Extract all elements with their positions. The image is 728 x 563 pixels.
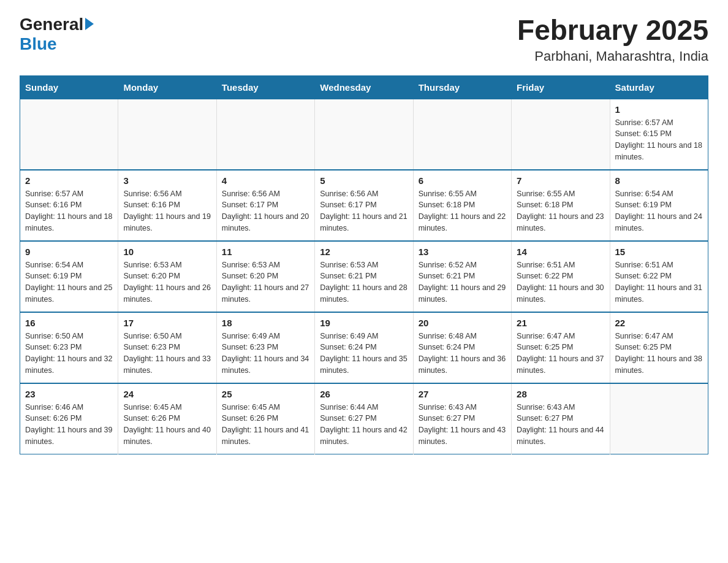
- calendar-cell: 20Sunrise: 6:48 AMSunset: 6:24 PMDayligh…: [413, 312, 511, 383]
- calendar-cell: 15Sunrise: 6:51 AMSunset: 6:22 PMDayligh…: [610, 241, 708, 312]
- day-number: 6: [419, 175, 506, 186]
- day-number: 7: [517, 175, 604, 186]
- subtitle: Parbhani, Maharashtra, India: [517, 48, 708, 64]
- calendar-cell: 25Sunrise: 6:45 AMSunset: 6:26 PMDayligh…: [216, 383, 314, 454]
- day-number: 19: [320, 318, 408, 328]
- calendar-header-row: Sunday Monday Tuesday Wednesday Thursday…: [20, 75, 708, 99]
- calendar-cell: 6Sunrise: 6:55 AMSunset: 6:18 PMDaylight…: [413, 170, 511, 241]
- day-info: Sunrise: 6:57 AMSunset: 6:16 PMDaylight:…: [25, 188, 113, 234]
- day-number: 17: [123, 318, 211, 328]
- calendar-cell: 13Sunrise: 6:52 AMSunset: 6:21 PMDayligh…: [413, 241, 511, 312]
- day-info: Sunrise: 6:49 AMSunset: 6:23 PMDaylight:…: [222, 331, 309, 377]
- day-number: 11: [222, 247, 309, 257]
- day-info: Sunrise: 6:57 AMSunset: 6:15 PMDaylight:…: [615, 117, 703, 163]
- calendar-cell: 17Sunrise: 6:50 AMSunset: 6:23 PMDayligh…: [118, 312, 216, 383]
- day-info: Sunrise: 6:47 AMSunset: 6:25 PMDaylight:…: [517, 331, 604, 377]
- day-info: Sunrise: 6:44 AMSunset: 6:27 PMDaylight:…: [320, 402, 408, 448]
- calendar-cell: [20, 99, 118, 170]
- calendar-cell: 23Sunrise: 6:46 AMSunset: 6:26 PMDayligh…: [20, 383, 118, 454]
- page-title: February 2025: [517, 15, 708, 46]
- day-number: 2: [25, 175, 113, 186]
- day-info: Sunrise: 6:47 AMSunset: 6:25 PMDaylight:…: [615, 331, 703, 377]
- calendar-cell: 12Sunrise: 6:53 AMSunset: 6:21 PMDayligh…: [315, 241, 413, 312]
- page-header: General Blue February 2025 Parbhani, Mah…: [20, 15, 708, 64]
- calendar-week-row: 16Sunrise: 6:50 AMSunset: 6:23 PMDayligh…: [20, 312, 708, 383]
- calendar-cell: 5Sunrise: 6:56 AMSunset: 6:17 PMDaylight…: [315, 170, 413, 241]
- day-number: 10: [123, 247, 211, 257]
- day-number: 14: [517, 247, 604, 257]
- title-block: February 2025 Parbhani, Maharashtra, Ind…: [517, 15, 708, 64]
- day-info: Sunrise: 6:56 AMSunset: 6:17 PMDaylight:…: [320, 188, 408, 234]
- calendar-cell: 4Sunrise: 6:56 AMSunset: 6:17 PMDaylight…: [216, 170, 314, 241]
- day-info: Sunrise: 6:50 AMSunset: 6:23 PMDaylight:…: [25, 331, 113, 377]
- header-tuesday: Tuesday: [216, 75, 314, 99]
- calendar-cell: [413, 99, 511, 170]
- calendar-cell: 21Sunrise: 6:47 AMSunset: 6:25 PMDayligh…: [512, 312, 610, 383]
- day-number: 21: [517, 318, 604, 328]
- day-info: Sunrise: 6:46 AMSunset: 6:26 PMDaylight:…: [25, 402, 113, 448]
- calendar-cell: 9Sunrise: 6:54 AMSunset: 6:19 PMDaylight…: [20, 241, 118, 312]
- calendar-cell: 19Sunrise: 6:49 AMSunset: 6:24 PMDayligh…: [315, 312, 413, 383]
- calendar-cell: 26Sunrise: 6:44 AMSunset: 6:27 PMDayligh…: [315, 383, 413, 454]
- day-info: Sunrise: 6:53 AMSunset: 6:20 PMDaylight:…: [123, 259, 211, 305]
- day-number: 1: [615, 104, 703, 115]
- day-number: 8: [615, 175, 703, 186]
- day-number: 20: [419, 318, 506, 328]
- calendar-cell: 10Sunrise: 6:53 AMSunset: 6:20 PMDayligh…: [118, 241, 216, 312]
- calendar-cell: 14Sunrise: 6:51 AMSunset: 6:22 PMDayligh…: [512, 241, 610, 312]
- day-info: Sunrise: 6:56 AMSunset: 6:16 PMDaylight:…: [123, 188, 211, 234]
- day-number: 27: [419, 389, 506, 399]
- logo-blue-text: Blue: [20, 34, 57, 53]
- day-number: 28: [517, 389, 604, 399]
- calendar-cell: [315, 99, 413, 170]
- calendar-cell: 8Sunrise: 6:54 AMSunset: 6:19 PMDaylight…: [610, 170, 708, 241]
- day-number: 22: [615, 318, 703, 328]
- day-number: 16: [25, 318, 113, 328]
- day-number: 25: [222, 389, 309, 399]
- calendar-week-row: 23Sunrise: 6:46 AMSunset: 6:26 PMDayligh…: [20, 383, 708, 454]
- calendar-cell: [216, 99, 314, 170]
- calendar-table: Sunday Monday Tuesday Wednesday Thursday…: [20, 75, 708, 454]
- day-info: Sunrise: 6:50 AMSunset: 6:23 PMDaylight:…: [123, 331, 211, 377]
- calendar-week-row: 9Sunrise: 6:54 AMSunset: 6:19 PMDaylight…: [20, 241, 708, 312]
- calendar-cell: 18Sunrise: 6:49 AMSunset: 6:23 PMDayligh…: [216, 312, 314, 383]
- day-info: Sunrise: 6:53 AMSunset: 6:20 PMDaylight:…: [222, 259, 309, 305]
- day-number: 5: [320, 175, 408, 186]
- calendar-cell: 27Sunrise: 6:43 AMSunset: 6:27 PMDayligh…: [413, 383, 511, 454]
- logo: General Blue: [20, 15, 94, 54]
- day-number: 18: [222, 318, 309, 328]
- header-friday: Friday: [512, 75, 610, 99]
- calendar-week-row: 2Sunrise: 6:57 AMSunset: 6:16 PMDaylight…: [20, 170, 708, 241]
- calendar-cell: 28Sunrise: 6:43 AMSunset: 6:27 PMDayligh…: [512, 383, 610, 454]
- day-info: Sunrise: 6:51 AMSunset: 6:22 PMDaylight:…: [615, 259, 703, 305]
- day-number: 24: [123, 389, 211, 399]
- calendar-week-row: 1Sunrise: 6:57 AMSunset: 6:15 PMDaylight…: [20, 99, 708, 170]
- day-number: 12: [320, 247, 408, 257]
- day-info: Sunrise: 6:55 AMSunset: 6:18 PMDaylight:…: [419, 188, 506, 234]
- calendar-cell: [512, 99, 610, 170]
- day-info: Sunrise: 6:43 AMSunset: 6:27 PMDaylight:…: [517, 402, 604, 448]
- header-monday: Monday: [118, 75, 216, 99]
- day-number: 4: [222, 175, 309, 186]
- day-info: Sunrise: 6:54 AMSunset: 6:19 PMDaylight:…: [615, 188, 703, 234]
- calendar-cell: 22Sunrise: 6:47 AMSunset: 6:25 PMDayligh…: [610, 312, 708, 383]
- calendar-cell: 7Sunrise: 6:55 AMSunset: 6:18 PMDaylight…: [512, 170, 610, 241]
- day-number: 3: [123, 175, 211, 186]
- calendar-cell: [118, 99, 216, 170]
- day-info: Sunrise: 6:53 AMSunset: 6:21 PMDaylight:…: [320, 259, 408, 305]
- day-info: Sunrise: 6:55 AMSunset: 6:18 PMDaylight:…: [517, 188, 604, 234]
- logo-general-text: General: [20, 15, 83, 34]
- day-info: Sunrise: 6:43 AMSunset: 6:27 PMDaylight:…: [419, 402, 506, 448]
- header-thursday: Thursday: [413, 75, 511, 99]
- day-info: Sunrise: 6:52 AMSunset: 6:21 PMDaylight:…: [419, 259, 506, 305]
- header-saturday: Saturday: [610, 75, 708, 99]
- day-number: 26: [320, 389, 408, 399]
- day-info: Sunrise: 6:49 AMSunset: 6:24 PMDaylight:…: [320, 331, 408, 377]
- calendar-cell: 2Sunrise: 6:57 AMSunset: 6:16 PMDaylight…: [20, 170, 118, 241]
- logo-arrow-icon: [85, 18, 94, 30]
- header-wednesday: Wednesday: [315, 75, 413, 99]
- day-info: Sunrise: 6:51 AMSunset: 6:22 PMDaylight:…: [517, 259, 604, 305]
- day-info: Sunrise: 6:54 AMSunset: 6:19 PMDaylight:…: [25, 259, 113, 305]
- header-sunday: Sunday: [20, 75, 118, 99]
- day-number: 9: [25, 247, 113, 257]
